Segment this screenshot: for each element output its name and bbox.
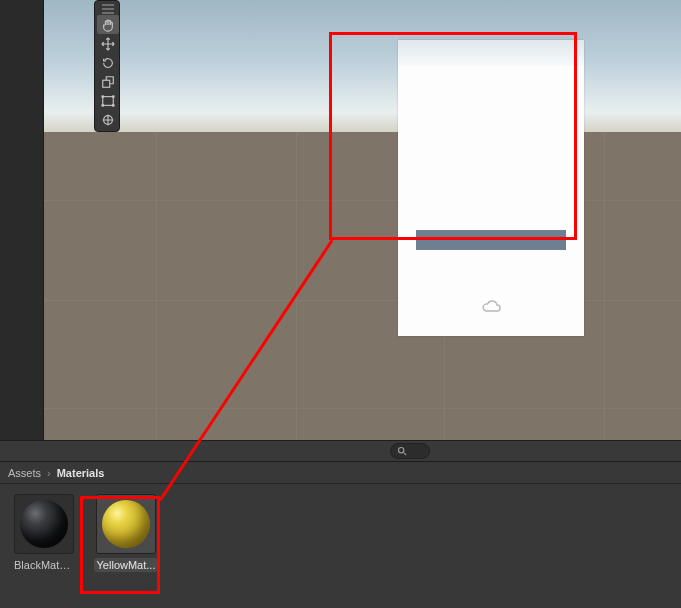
breadcrumb: Assets › Materials (0, 462, 681, 484)
chevron-right-icon: › (47, 467, 51, 479)
project-toolbar (0, 440, 681, 462)
asset-item[interactable]: BlackMater... (10, 494, 78, 598)
asset-item[interactable]: YellowMat... (92, 494, 160, 598)
transform-tool-button[interactable] (97, 110, 119, 129)
hand-tool-icon (101, 18, 115, 32)
workspace (0, 0, 681, 440)
rotate-tool-icon (101, 56, 115, 70)
asset-grid[interactable]: BlackMater... YellowMat... (0, 484, 681, 608)
rect-tool-button[interactable] (97, 91, 119, 110)
scene-sky (44, 0, 681, 132)
search-icon (397, 446, 407, 456)
scene-object-quad[interactable] (398, 40, 584, 336)
svg-point-5 (112, 104, 114, 106)
move-tool-button[interactable] (97, 34, 119, 53)
svg-point-7 (399, 448, 404, 453)
svg-rect-1 (103, 96, 114, 105)
material-sphere-icon (20, 500, 68, 548)
material-sphere-icon (102, 500, 150, 548)
scene-object-slot (416, 230, 566, 250)
hierarchy-panel-strip (0, 0, 44, 440)
scale-tool-button[interactable] (97, 72, 119, 91)
hand-tool-button[interactable] (97, 15, 119, 34)
svg-rect-0 (103, 80, 110, 87)
scene-tool-toolbar[interactable] (94, 0, 120, 132)
move-tool-icon (101, 37, 115, 51)
rect-tool-icon (101, 94, 115, 108)
scene-object-top-shade (398, 40, 584, 66)
breadcrumb-current[interactable]: Materials (57, 467, 105, 479)
svg-point-3 (112, 95, 114, 97)
asset-thumbnail[interactable] (14, 494, 74, 554)
cloud-icon (479, 298, 503, 314)
transform-tool-icon (101, 113, 115, 127)
svg-point-2 (102, 95, 104, 97)
breadcrumb-root[interactable]: Assets (8, 467, 41, 479)
project-search[interactable] (390, 443, 430, 459)
scene-grid (44, 132, 681, 440)
scene-view[interactable] (44, 0, 681, 440)
asset-label: YellowMat... (94, 558, 159, 572)
asset-thumbnail[interactable] (96, 494, 156, 554)
asset-label: BlackMater... (11, 558, 77, 572)
rotate-tool-button[interactable] (97, 53, 119, 72)
drag-handle-icon[interactable] (97, 3, 119, 15)
svg-point-4 (102, 104, 104, 106)
scale-tool-icon (101, 75, 115, 89)
